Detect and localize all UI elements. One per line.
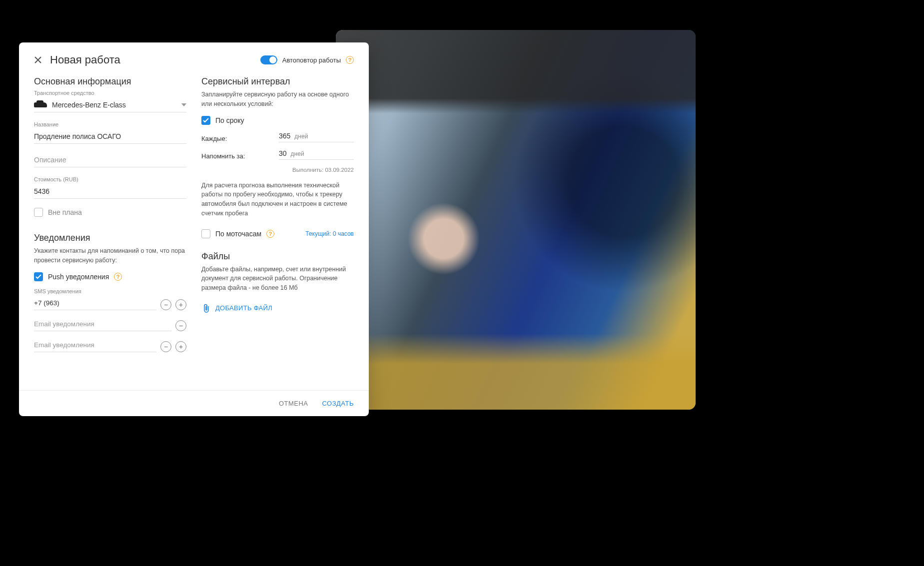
notifications-desc: Укажите контакты для напоминаний о том, … xyxy=(34,246,186,265)
cost-label: Стоимость (RUB) xyxy=(34,176,186,182)
remind-input[interactable]: 30 дней xyxy=(279,149,354,160)
autorepeat-help-icon[interactable]: ? xyxy=(346,56,354,64)
by-term-label: По сроку xyxy=(215,116,244,124)
email-input-2[interactable] xyxy=(34,338,156,352)
add-file-label: ДОБАВИТЬ ФАЙЛ xyxy=(215,304,272,312)
modal-title: Новая работа xyxy=(50,53,120,66)
every-input[interactable]: 365 дней xyxy=(279,132,354,142)
unplanned-checkbox[interactable] xyxy=(34,208,43,217)
autorepeat-toggle[interactable] xyxy=(260,55,277,64)
close-icon[interactable] xyxy=(34,56,42,64)
name-input[interactable] xyxy=(34,129,186,144)
autorepeat-label: Автоповтор работы xyxy=(282,56,341,64)
email2-add-button[interactable]: + xyxy=(175,341,186,352)
current-motorhours-link[interactable]: Текущий: 0 часов xyxy=(305,230,354,237)
cost-input[interactable] xyxy=(34,184,186,199)
sms-label: SMS уведомления xyxy=(34,288,186,294)
email-input-1[interactable] xyxy=(34,317,171,331)
modal-header: Новая работа Автоповтор работы ? xyxy=(19,42,369,73)
chevron-down-icon xyxy=(181,103,186,106)
right-column: Сервисный интервал Запланируйте сервисну… xyxy=(201,76,354,390)
motorhours-help-icon[interactable]: ? xyxy=(266,230,274,238)
files-desc: Добавьте файлы, например, счет или внутр… xyxy=(201,265,354,293)
files-heading: Файлы xyxy=(201,251,354,262)
push-label: Push уведомления xyxy=(48,273,109,281)
push-help-icon[interactable]: ? xyxy=(114,273,122,281)
new-job-modal: Новая работа Автоповтор работы ? Основна… xyxy=(19,42,369,416)
sms-input[interactable] xyxy=(34,296,156,310)
email1-remove-button[interactable]: − xyxy=(175,320,186,331)
paperclip-icon xyxy=(202,304,210,313)
cancel-button[interactable]: ОТМЕНА xyxy=(279,400,308,407)
email2-remove-button[interactable]: − xyxy=(160,341,171,352)
car-icon xyxy=(34,102,47,107)
left-column: Основная информация Транспортное средств… xyxy=(34,76,186,390)
modal-footer: ОТМЕНА СОЗДАТЬ xyxy=(19,390,369,416)
remind-label: Напомнить за: xyxy=(201,152,245,160)
by-motorhours-label: По моточасам xyxy=(215,230,261,238)
every-label: Каждые: xyxy=(201,135,227,142)
mileage-note: Для расчета прогноза выполнения техничес… xyxy=(201,181,354,218)
description-input[interactable] xyxy=(34,153,186,167)
interval-heading: Сервисный интервал xyxy=(201,76,354,87)
add-file-button[interactable]: ДОБАВИТЬ ФАЙЛ xyxy=(201,301,354,316)
notifications-heading: Уведомления xyxy=(34,233,186,243)
basic-heading: Основная информация xyxy=(34,76,186,87)
vehicle-select[interactable]: Mercedes-Benz E-class xyxy=(34,98,186,112)
sms-add-button[interactable]: + xyxy=(175,299,186,310)
vehicle-value: Mercedes-Benz E-class xyxy=(52,101,126,109)
by-term-checkbox[interactable] xyxy=(201,116,210,125)
due-text: Выполнить: 03.09.2022 xyxy=(201,167,354,173)
remind-unit: дней xyxy=(291,150,304,157)
push-checkbox[interactable] xyxy=(34,272,43,281)
submit-button[interactable]: СОЗДАТЬ xyxy=(322,400,354,407)
every-value: 365 xyxy=(279,132,290,140)
interval-desc: Запланируйте сервисную работу на основе … xyxy=(201,90,354,109)
remind-value: 30 xyxy=(279,149,287,157)
sms-remove-button[interactable]: − xyxy=(160,299,171,310)
unplanned-label: Вне плана xyxy=(48,208,82,216)
every-unit: дней xyxy=(294,133,308,140)
background-photo xyxy=(336,30,696,410)
vehicle-label: Транспортное средство xyxy=(34,90,186,96)
by-motorhours-checkbox[interactable] xyxy=(201,229,210,238)
name-label: Название xyxy=(34,121,186,127)
